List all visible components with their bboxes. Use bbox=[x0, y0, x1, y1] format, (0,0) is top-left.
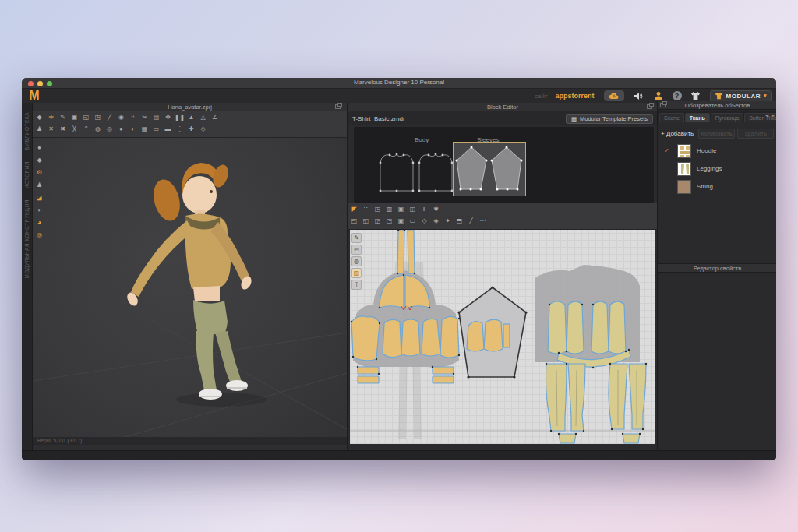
tool-icon[interactable]: ◪ bbox=[34, 192, 44, 203]
tool-icon[interactable]: ⋯ bbox=[478, 216, 488, 226]
tool-icon[interactable]: ▭ bbox=[151, 124, 161, 134]
block-thumb-body[interactable] bbox=[377, 146, 455, 196]
tool-icon[interactable]: ✂ bbox=[139, 112, 150, 122]
viewport-3d-header[interactable]: Hana_avatar.zprj bbox=[33, 103, 347, 111]
tool-icon[interactable]: ⌃ bbox=[81, 124, 91, 134]
tool-icon[interactable]: ◉ bbox=[116, 112, 126, 122]
tool-icon[interactable]: ⬒ bbox=[454, 216, 464, 226]
tool-icon[interactable]: ♟ bbox=[34, 124, 44, 134]
object-browser-tab[interactable]: Пуговица bbox=[711, 113, 743, 122]
popout-icon[interactable] bbox=[647, 104, 652, 109]
tool-icon[interactable]: ▬ bbox=[163, 124, 173, 134]
tool-icon[interactable]: ⋮ bbox=[175, 124, 185, 134]
tool-icon[interactable]: ● bbox=[116, 124, 126, 134]
tool-icon[interactable]: ✚ bbox=[186, 124, 196, 134]
tool-icon[interactable]: ▥ bbox=[384, 204, 394, 214]
garment-icon[interactable] bbox=[690, 90, 702, 101]
modular-mode-button[interactable]: MODULAR ▾ bbox=[710, 90, 772, 102]
side-rail-tab[interactable]: ИСТОРИЯ bbox=[24, 161, 30, 188]
tool-icon[interactable]: ◎ bbox=[104, 124, 115, 134]
tool-icon[interactable]: ▣ bbox=[69, 112, 79, 122]
tab-scroll-arrows[interactable]: ◀ ▶ bbox=[765, 113, 775, 118]
tool-icon[interactable]: ⚙ bbox=[34, 167, 44, 178]
tool-icon[interactable]: ◐ bbox=[128, 124, 138, 134]
toolbar-2d: ◤∷◳▥▣◫‖✱ ◰◱◲◳▣▭◇◈✦⬒╱⋯ bbox=[348, 203, 658, 230]
tool-icon[interactable]: ✖ bbox=[58, 124, 68, 134]
fabric-row-leggings[interactable]: Leggings bbox=[658, 160, 776, 178]
fabric-row-string[interactable]: String bbox=[658, 178, 776, 196]
tool-icon[interactable]: △ bbox=[198, 112, 208, 122]
tool-icon[interactable]: ◆ bbox=[34, 112, 44, 122]
side-rail-tab[interactable]: БИБЛИОТЕКА bbox=[24, 112, 30, 150]
window-titlebar[interactable]: Marvelous Designer 10 Personal bbox=[22, 78, 776, 89]
tool-icon[interactable]: ⊺ bbox=[351, 280, 362, 290]
object-browser-tab[interactable]: Ткань bbox=[685, 113, 710, 122]
tool-icon[interactable]: ▭ bbox=[408, 216, 418, 226]
fabric-action-button[interactable]: + Добавить bbox=[661, 129, 696, 139]
tool-icon[interactable]: ▤ bbox=[151, 112, 161, 122]
tool-icon[interactable]: ✎ bbox=[58, 112, 68, 122]
tool-icon[interactable]: ▦ bbox=[139, 124, 150, 134]
tool-icon[interactable]: ✱ bbox=[431, 204, 441, 214]
tool-icon[interactable]: ◇ bbox=[198, 124, 208, 134]
tool-icon[interactable]: ▨ bbox=[351, 268, 362, 278]
tool-icon[interactable]: ‖ bbox=[419, 204, 429, 214]
tool-icon[interactable]: ◱ bbox=[81, 112, 91, 122]
fabric-action-button[interactable]: Копировать bbox=[698, 129, 735, 139]
tool-icon[interactable]: ∷ bbox=[361, 204, 371, 214]
tool-icon[interactable]: ╱ bbox=[466, 216, 476, 226]
tool-icon[interactable]: ◳ bbox=[373, 204, 383, 214]
tool-icon[interactable]: ◫ bbox=[408, 204, 418, 214]
tool-icon[interactable]: ◗ bbox=[34, 205, 44, 215]
tool-icon[interactable]: ◕ bbox=[34, 217, 44, 227]
tool-icon[interactable]: ⌗ bbox=[128, 112, 138, 122]
fabric-action-button[interactable]: Удалить bbox=[737, 129, 774, 139]
tool-icon[interactable]: ✄ bbox=[351, 245, 362, 255]
toolbar-3d-row2: ♟✕✖╳⌃◍◎●◐▦▭▬⋮✚◇ bbox=[33, 123, 347, 135]
tool-icon[interactable]: ✛ bbox=[46, 112, 56, 122]
tool-icon[interactable]: ♟ bbox=[34, 180, 44, 190]
tool-icon[interactable]: ▣ bbox=[396, 204, 406, 214]
tool-icon[interactable]: ✎ bbox=[351, 233, 362, 243]
tool-icon[interactable]: ◎ bbox=[34, 230, 44, 240]
tool-icon[interactable]: ◳ bbox=[93, 112, 103, 122]
popout-icon[interactable] bbox=[335, 104, 341, 109]
tool-icon[interactable]: ✕ bbox=[46, 124, 56, 134]
side-rail-tab[interactable]: МОДУЛЬНАЯ КОНСТРУКЦИЯ bbox=[24, 199, 30, 278]
tool-icon[interactable]: ◤ bbox=[349, 204, 359, 214]
viewport-3d-canvas[interactable]: ●◆⚙♟◪◗◕◎ Верш: 5,031 (3017) bbox=[33, 138, 347, 445]
tool-icon[interactable]: ● bbox=[34, 143, 44, 153]
tool-icon[interactable]: ◍ bbox=[93, 124, 103, 134]
tool-icon[interactable]: ◲ bbox=[373, 216, 383, 226]
cloud-sync-button[interactable] bbox=[604, 90, 624, 101]
popout-icon[interactable] bbox=[660, 103, 666, 107]
tool-icon[interactable]: ▲ bbox=[186, 112, 196, 122]
viewport-3d-panel: Hana_avatar.zprj ◆✛✎▣◱◳╱◉⌗✂▤✥❚❚▲△∠ ♟✕✖╳⌃… bbox=[33, 103, 347, 450]
block-thumb-sleeves-selected[interactable] bbox=[454, 143, 525, 196]
tool-icon[interactable]: ▣ bbox=[396, 216, 406, 226]
user-icon[interactable] bbox=[652, 90, 665, 101]
sleeve-block-pentagon[interactable] bbox=[457, 286, 527, 378]
tool-icon[interactable]: ◰ bbox=[349, 216, 359, 226]
tool-icon[interactable]: ∠ bbox=[210, 112, 220, 122]
object-browser-tab[interactable]: Scene bbox=[659, 113, 684, 122]
tool-icon[interactable]: ✥ bbox=[163, 112, 173, 122]
tool-icon[interactable]: ◈ bbox=[431, 216, 441, 226]
tool-icon[interactable]: ╳ bbox=[69, 124, 79, 134]
object-browser-header[interactable]: Обозреватель объектов bbox=[658, 101, 776, 110]
modular-template-presets-button[interactable]: ▦ Modular Template Presets bbox=[566, 114, 653, 124]
tool-icon[interactable]: ◆ bbox=[34, 155, 44, 165]
tool-icon[interactable]: ✦ bbox=[443, 216, 453, 226]
block-editor-header[interactable]: Block Editor bbox=[348, 103, 658, 111]
tool-icon[interactable]: ◱ bbox=[361, 216, 371, 226]
property-editor-header[interactable]: Редактор свойств bbox=[658, 263, 776, 273]
tool-icon[interactable]: ❚❚ bbox=[175, 112, 185, 122]
tool-icon[interactable]: ◍ bbox=[351, 256, 362, 266]
speaker-icon[interactable] bbox=[632, 90, 644, 101]
help-icon[interactable]: ? bbox=[673, 91, 682, 100]
pattern-canvas-2d[interactable]: ✎✄◍▨⊺ bbox=[350, 230, 655, 444]
tool-icon[interactable]: ◇ bbox=[419, 216, 429, 226]
tool-icon[interactable]: ◳ bbox=[384, 216, 394, 226]
tool-icon[interactable]: ╱ bbox=[104, 112, 115, 122]
fabric-row-hoodie[interactable]: ✓ Hoodie bbox=[658, 142, 776, 160]
